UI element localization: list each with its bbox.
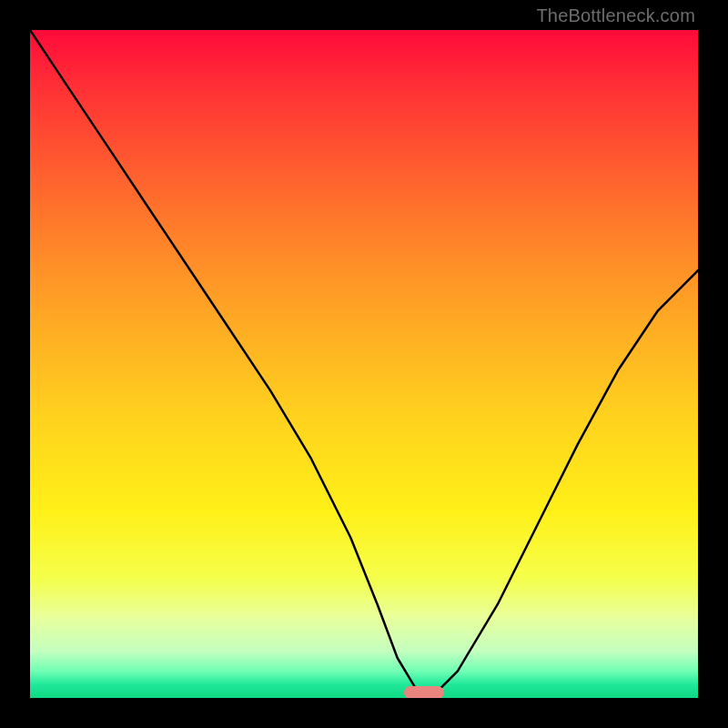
watermark-text: TheBottleneck.com [536, 5, 695, 26]
chart-frame: TheBottleneck.com [0, 0, 728, 728]
optimal-marker [404, 686, 444, 698]
plot-area [30, 30, 698, 698]
bottleneck-curve [30, 30, 698, 698]
